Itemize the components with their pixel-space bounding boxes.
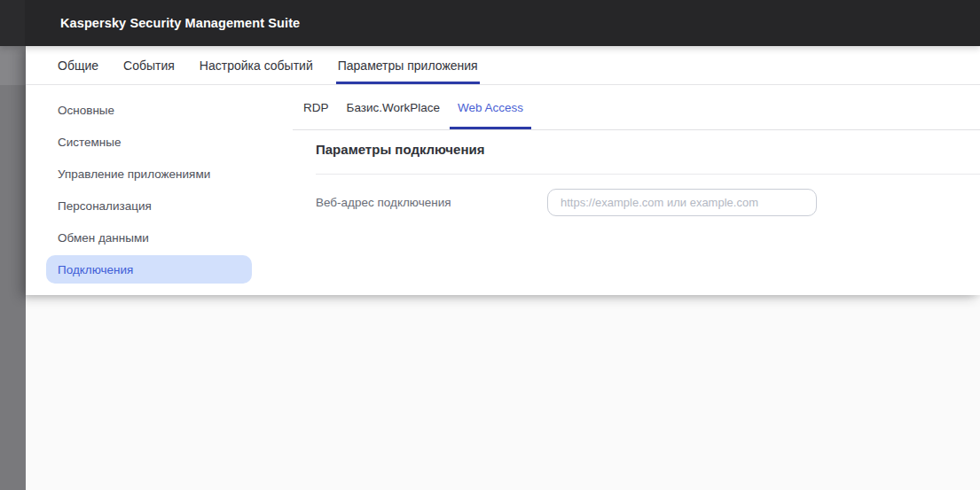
settings-sidebar: Основные Системные Управление приложения… bbox=[26, 86, 293, 295]
sidebar-item-personalizatsiya[interactable]: Персонализация bbox=[46, 191, 252, 220]
sidebar-item-osnovnye[interactable]: Основные bbox=[46, 96, 252, 124]
sub-tab-bar: RDP Базис.WorkPlace Web Access bbox=[293, 86, 980, 130]
app-header: Kaspersky Security Management Suite bbox=[0, 0, 980, 46]
tab-nastroyka-sobytiy[interactable]: Настройка событий bbox=[198, 46, 315, 84]
screen: Kaspersky Security Management Suite Общи… bbox=[0, 0, 980, 490]
sidebar-item-upravlenie-prilozheniyami[interactable]: Управление приложениями bbox=[46, 159, 252, 188]
dimmed-background-strip-top bbox=[0, 46, 26, 85]
app-title: Kaspersky Security Management Suite bbox=[60, 0, 300, 46]
below-panel-area bbox=[26, 295, 980, 490]
web-address-label: Веб-адрес подключения bbox=[316, 189, 451, 216]
content-area: RDP Базис.WorkPlace Web Access Параметры… bbox=[293, 86, 980, 295]
tab-sobytiya[interactable]: События bbox=[122, 46, 176, 84]
settings-panel: Общие События Настройка событий Параметр… bbox=[26, 46, 980, 295]
web-address-row: Веб-адрес подключения bbox=[316, 189, 980, 216]
dimmed-background-strip-bottom bbox=[0, 85, 26, 490]
web-address-input[interactable] bbox=[547, 189, 817, 216]
tab-obshchie[interactable]: Общие bbox=[56, 46, 100, 84]
section-divider bbox=[316, 174, 980, 175]
sidebar-item-obmen-dannymi[interactable]: Обмен данными bbox=[46, 223, 252, 252]
sidebar-item-podklyucheniya[interactable]: Подключения bbox=[46, 255, 252, 284]
sidebar-item-sistemnye[interactable]: Системные bbox=[46, 128, 252, 156]
section-title: Параметры подключения bbox=[316, 142, 484, 157]
tab-parametry-prilozheniya[interactable]: Параметры приложения bbox=[336, 46, 480, 84]
subtab-bazis-workplace[interactable]: Базис.WorkPlace bbox=[339, 86, 448, 129]
subtab-web-access[interactable]: Web Access bbox=[450, 86, 531, 129]
main-tab-bar: Общие События Настройка событий Параметр… bbox=[26, 46, 980, 85]
header-left-tint bbox=[0, 0, 25, 46]
subtab-rdp[interactable]: RDP bbox=[295, 86, 337, 129]
